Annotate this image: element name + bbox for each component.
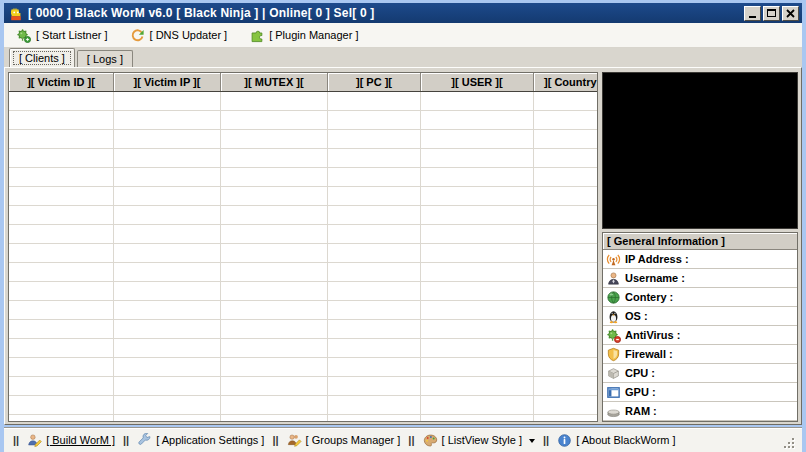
right-panel: [ General Information ] IP Address : Use… [602,72,798,422]
info-label: AntiVirus : [625,329,680,341]
application-settings-button[interactable]: [ Application Settings ] [137,433,264,448]
separator: || [123,434,129,446]
penguin-icon [606,309,621,324]
victims-list-area[interactable] [9,92,597,421]
info-row-username: Username : [603,269,797,288]
victims-table: ][ Victim ID ][ ][ Victim IP ][ ][ MUTEX… [8,72,598,422]
about-blackworm-button[interactable]: [ About BlackWorm ] [557,433,675,448]
info-icon [557,433,572,448]
palette-icon [423,433,438,448]
shield-icon [606,347,621,362]
info-label: OS : [625,310,648,322]
info-row-firewall: Firewall : [603,345,797,364]
column-header-victim-id[interactable]: ][ Victim ID ][ [9,73,114,91]
listview-style-button[interactable]: [ ListView Style ] [423,433,536,448]
info-label: GPU : [625,386,656,398]
close-button[interactable] [782,6,799,21]
close-icon [786,9,795,18]
tab-clients[interactable]: [ Clients ] [9,48,75,67]
info-row-ip-address: IP Address : [603,250,797,269]
users-edit-icon [287,433,302,448]
chip-icon [606,366,621,381]
user-edit-icon [27,433,42,448]
column-header-user[interactable]: ][ USER ][ [421,73,534,91]
window-title: [ 0000 ] Black WorM v6.0 [ Black Ninja ]… [28,6,375,20]
screen-preview [602,72,798,229]
dns-updater-button[interactable]: [ DNS Updater ] [130,28,228,43]
info-row-country: Contery : [603,288,797,307]
resize-grip-icon[interactable] [783,437,796,452]
info-row-cpu: CPU : [603,364,797,383]
plugin-icon [249,28,264,43]
tab-clients-label: [ Clients ] [13,51,71,65]
globe-icon [606,290,621,305]
app-icon [8,5,24,21]
listview-style-label: [ ListView Style ] [442,434,523,446]
minimize-icon [749,16,756,18]
maximize-icon [767,9,776,17]
column-header-pc[interactable]: ][ PC ][ [328,73,421,91]
info-label: Firewall : [625,348,673,360]
info-row-gpu: GPU : [603,383,797,402]
separator: || [543,434,549,446]
column-header-victim-ip[interactable]: ][ Victim IP ][ [114,73,221,91]
info-label: RAM : [625,405,657,417]
antenna-icon [606,252,621,267]
dns-updater-label: [ DNS Updater ] [150,29,228,41]
separator: || [13,434,19,446]
start-listener-label: [ Start Listner ] [36,29,108,41]
general-information-panel: [ General Information ] IP Address : Use… [602,232,798,422]
info-row-antivirus: AntiVirus : [603,326,797,345]
virus-icon [606,328,621,343]
tab-logs-label: [ Logs ] [81,52,129,66]
info-label: Contery : [625,291,673,303]
column-header-country[interactable]: ][ Country ][ [534,73,597,91]
info-row-ram: RAM : [603,402,797,421]
info-label: IP Address : [625,253,689,265]
plugin-manager-button[interactable]: [ Plugin Manager ] [249,28,358,43]
maximize-button[interactable] [763,6,780,21]
groups-manager-button[interactable]: [ Groups Manager ] [287,433,401,448]
app-window: [ 0000 ] Black WorM v6.0 [ Black Ninja ]… [0,0,806,452]
start-listener-button[interactable]: [ Start Listner ] [16,28,108,43]
wrench-icon [137,433,152,448]
separator: || [272,434,278,446]
application-settings-label: [ Application Settings ] [156,434,264,446]
info-label: CPU : [625,367,655,379]
info-row-os: OS : [603,307,797,326]
victims-table-header: ][ Victim ID ][ ][ Victim IP ][ ][ MUTEX… [9,73,597,92]
tab-strip: [ Clients ] [ Logs ] [4,48,802,67]
general-information-header: [ General Information ] [603,233,797,250]
tab-logs[interactable]: [ Logs ] [77,50,133,67]
build-worm-button[interactable]: [ Build WorM ] [27,433,115,448]
info-label: Username : [625,272,685,284]
user-icon [606,271,621,286]
about-blackworm-label: [ About BlackWorm ] [576,434,675,446]
dns-refresh-icon [130,28,145,43]
monitor-icon [606,385,621,400]
minimize-button[interactable] [744,6,761,21]
toolbar: [ Start Listner ] [ DNS Updater ] [ Plug… [4,23,802,48]
clients-page: ][ Victim ID ][ ][ Victim IP ][ ][ MUTEX… [4,67,802,425]
column-header-mutex[interactable]: ][ MUTEX ][ [221,73,328,91]
title-bar: [ 0000 ] Black WorM v6.0 [ Black Ninja ]… [4,3,802,23]
memory-icon [606,404,621,419]
groups-manager-label: [ Groups Manager ] [306,434,401,446]
status-bar: || [ Build WorM ] || [ Application Setti… [4,427,802,452]
separator: || [408,434,414,446]
build-worm-label: [ Build WorM ] [46,434,115,446]
plugin-manager-label: [ Plugin Manager ] [269,29,358,41]
bug-add-icon [16,28,31,43]
dropdown-arrow-icon[interactable] [529,439,535,446]
